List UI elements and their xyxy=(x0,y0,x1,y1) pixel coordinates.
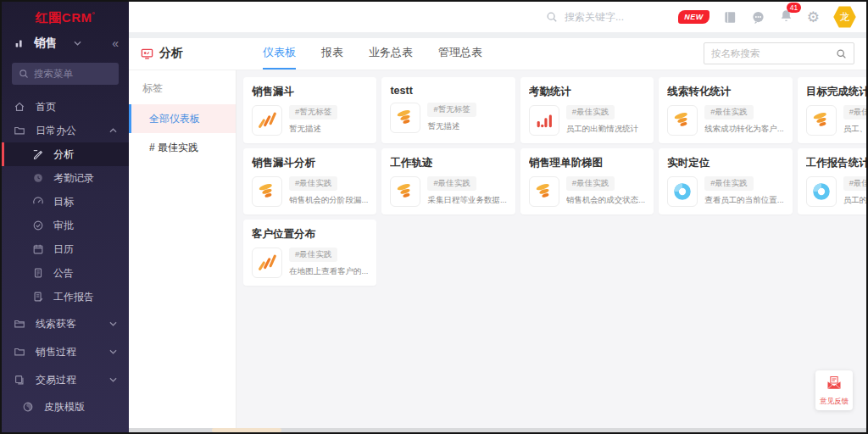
sidebar-item-lead-acquisition[interactable]: 线索获客 xyxy=(2,311,129,337)
dashboard-card[interactable]: 实时定位 #最佳实践 查看员工的当前位置... xyxy=(659,148,792,214)
dashboard-card[interactable]: 工作报告统计 #最佳实践 员工的日报、周报和... xyxy=(798,148,866,214)
card-title: 工作轨迹 xyxy=(390,156,506,170)
sidebar-item-goals[interactable]: 目标 xyxy=(2,190,129,214)
sidebar-item-sales-process[interactable]: 销售过程 xyxy=(2,339,129,364)
sidebar-item-attendance[interactable]: 考勤记录 xyxy=(2,166,129,190)
chevron-down-icon[interactable] xyxy=(74,41,81,46)
card-description: 线索成功转化为客户... xyxy=(704,124,783,135)
announcement-icon xyxy=(32,267,44,279)
search-icon xyxy=(19,69,29,79)
search-icon xyxy=(546,11,558,23)
card-thumbnail xyxy=(390,103,420,133)
dashboard-card[interactable]: 客户位置分布 #最佳实践 在地图上查看客户的... xyxy=(243,220,376,286)
card-description: 查看员工的当前位置... xyxy=(704,195,783,206)
new-badge[interactable]: NEW xyxy=(678,10,709,24)
feedback-envelope-icon xyxy=(826,375,843,392)
card-thumbnail xyxy=(529,176,559,207)
trend-chart-icon xyxy=(256,252,278,274)
workspace-switcher[interactable]: 销售 « xyxy=(2,34,129,54)
dashboard-card[interactable]: 工作轨迹 #最佳实践 采集日程等业务数据... xyxy=(381,148,515,214)
workspace-label: 销售 xyxy=(34,36,57,51)
card-tag: #最佳实践 xyxy=(704,176,753,191)
chevron-down-icon xyxy=(109,377,117,382)
sidebar-item-deal-process[interactable]: 交易过程 xyxy=(2,367,129,392)
feedback-button[interactable]: 意见反馈 xyxy=(815,370,853,410)
dashboard-card-grid: 销售漏斗 #暂无标签 暂无描述 testt #暂无标签 xyxy=(243,77,860,286)
global-search-input[interactable] xyxy=(565,11,675,23)
content-header: 分析 仪表板 报表 业务总表 管理总表 xyxy=(129,38,866,70)
app-window: 红圈CRM° 销售 « 首页 日常办公 分析 考勤记录 xyxy=(0,0,868,434)
analysis-edit-icon xyxy=(32,148,44,160)
sidebar-item-daily-office[interactable]: 日常办公 xyxy=(2,119,129,142)
tab-management-summary[interactable]: 管理总表 xyxy=(438,37,482,70)
funnel-chart-icon xyxy=(394,107,416,129)
sidebar: 红圈CRM° 销售 « 首页 日常办公 分析 考勤记录 xyxy=(2,2,129,432)
sidebar-menu-search[interactable] xyxy=(12,63,119,85)
sidebar-item-calendar[interactable]: 日历 xyxy=(2,237,129,261)
name-search-input[interactable] xyxy=(711,48,836,58)
dashboard-card[interactable]: testt #暂无标签 暂无描述 xyxy=(381,77,515,143)
search-icon[interactable] xyxy=(836,48,847,59)
notifications[interactable]: 41 xyxy=(779,8,793,26)
copy-icon xyxy=(14,374,25,386)
scrollbar-thumb[interactable] xyxy=(212,428,281,432)
sidebar-item-analysis[interactable]: 分析 xyxy=(2,142,129,166)
dashboard-card[interactable]: 目标完成统计 #最佳实践 员工、部门或其他业... xyxy=(798,77,866,143)
card-thumbnail xyxy=(529,105,559,136)
card-thumbnail xyxy=(252,105,282,136)
chevron-down-icon xyxy=(109,321,117,326)
chevron-down-icon xyxy=(109,349,117,354)
card-title: 客户位置分布 xyxy=(252,227,368,242)
funnel-chart-icon xyxy=(671,109,693,131)
content: 分析 仪表板 报表 业务总表 管理总表 标签 全部仪表板 # 最佳实践 xyxy=(129,38,866,432)
global-search[interactable] xyxy=(546,11,675,23)
book-icon[interactable] xyxy=(723,10,737,25)
horizontal-scrollbar[interactable] xyxy=(129,428,866,432)
tab-business-summary[interactable]: 业务总表 xyxy=(369,37,413,70)
tab-bar: 仪表板 报表 业务总表 管理总表 xyxy=(263,37,482,70)
dashboard-card[interactable]: 销售漏斗 #暂无标签 暂无描述 xyxy=(243,77,376,143)
card-thumbnail xyxy=(667,105,698,136)
message-icon[interactable] xyxy=(751,10,765,25)
donut-chart-icon xyxy=(810,181,832,203)
card-description: 销售机会的成交状态... xyxy=(566,195,645,206)
card-title: 目标完成统计 xyxy=(806,85,866,99)
dashboard-card[interactable]: 销售理单阶梯图 #最佳实践 销售机会的成交状态... xyxy=(520,148,654,214)
content-body: 标签 全部仪表板 # 最佳实践 销售漏斗 #暂无标签 暂无描述 testt xyxy=(129,70,866,432)
app-logo: 红圈CRM° xyxy=(2,2,129,34)
sidebar-collapse-icon[interactable]: « xyxy=(112,36,119,50)
notification-count-badge: 41 xyxy=(787,3,801,13)
card-tag: #最佳实践 xyxy=(289,176,337,191)
sidebar-item-home[interactable]: 首页 xyxy=(2,95,129,119)
sidebar-item-skin-template[interactable]: 皮肤模版 xyxy=(2,395,129,419)
avatar[interactable]: 龙 xyxy=(833,6,856,29)
tag-item-all-dashboards[interactable]: 全部仪表板 xyxy=(129,104,236,133)
tag-item-best-practice[interactable]: # 最佳实践 xyxy=(129,133,236,162)
card-description: 采集日程等业务数据... xyxy=(427,195,506,206)
card-thumbnail xyxy=(806,176,837,207)
chevron-up-icon xyxy=(109,128,117,133)
analysis-monitor-icon xyxy=(141,47,153,60)
card-thumbnail xyxy=(667,176,698,207)
card-tag: #最佳实践 xyxy=(843,105,866,120)
dashboard-card[interactable]: 线索转化统计 #最佳实践 线索成功转化为客户... xyxy=(659,77,792,143)
sidebar-item-approval[interactable]: 审批 xyxy=(2,214,129,237)
sidebar-search-input[interactable] xyxy=(34,69,112,79)
card-description: 暂无描述 xyxy=(289,124,337,135)
sidebar-item-work-report[interactable]: 工作报告 xyxy=(2,285,129,309)
tab-dashboard[interactable]: 仪表板 xyxy=(263,37,296,70)
main-area: NEW 41 ⚙ 龙 分析 仪表板 报表 xyxy=(129,2,866,432)
card-thumbnail xyxy=(390,176,420,207)
dashboard-card[interactable]: 销售漏斗分析 #最佳实践 销售机会的分阶段漏... xyxy=(243,148,376,214)
card-description: 在地图上查看客户的... xyxy=(289,266,368,277)
card-description: 暂无描述 xyxy=(427,121,476,132)
folder-icon xyxy=(14,318,25,330)
card-description: 销售机会的分阶段漏... xyxy=(289,195,368,206)
name-search[interactable] xyxy=(704,42,854,64)
calendar-icon xyxy=(32,243,44,255)
tab-reports[interactable]: 报表 xyxy=(321,37,343,70)
page-title: 分析 xyxy=(159,46,183,61)
gear-icon[interactable]: ⚙ xyxy=(807,10,820,25)
dashboard-card[interactable]: 考勤统计 #最佳实践 员工的出勤情况统计 xyxy=(520,77,654,143)
sidebar-item-announcement[interactable]: 公告 xyxy=(2,261,129,285)
